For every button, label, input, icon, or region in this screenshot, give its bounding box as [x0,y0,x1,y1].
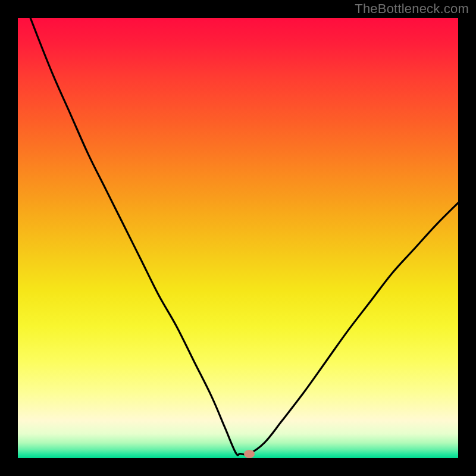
plot-area [18,18,458,458]
selected-point-marker [244,450,255,458]
bottleneck-curve [18,18,458,458]
watermark-text: TheBottleneck.com [355,1,469,17]
chart-frame: TheBottleneck.com [0,0,476,476]
